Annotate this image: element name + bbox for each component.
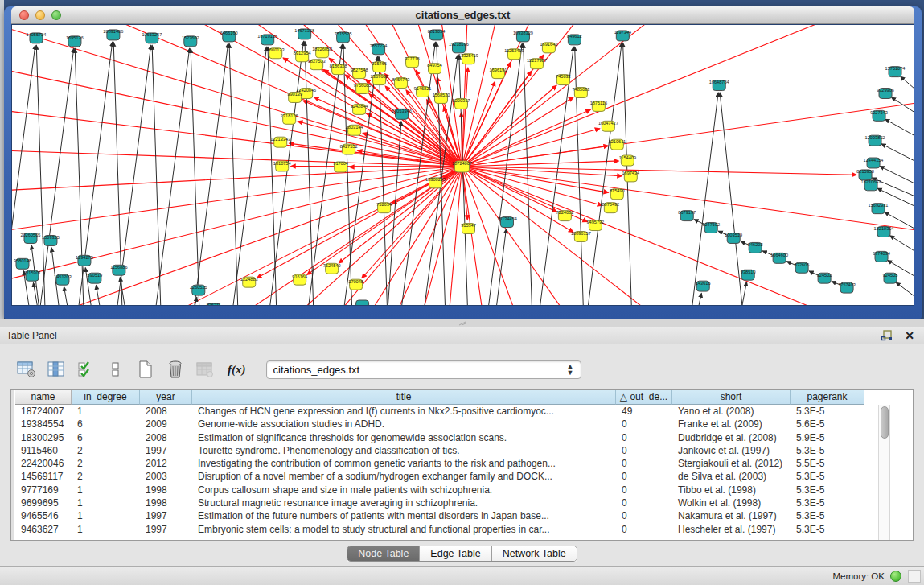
graph-node[interactable]: 8679197	[678, 210, 696, 220]
table-cell[interactable]: Disruption of a novel member of a sodium…	[192, 470, 616, 483]
graph-node[interactable]: 1197344	[614, 30, 631, 40]
graph-node[interactable]: 10719155	[257, 34, 277, 44]
table-cell[interactable]: 2	[72, 457, 140, 470]
table-cell[interactable]: Estimation of the future numbers of pati…	[192, 509, 616, 522]
table-cell[interactable]: 0	[616, 457, 672, 470]
graph-node[interactable]: 752634	[376, 202, 392, 212]
table-cell[interactable]: 5.3E-5	[791, 470, 864, 483]
table-cell[interactable]: Tourette syndrome. Phenomenology and cla…	[192, 444, 616, 457]
table-row[interactable]: 946554611997Estimation of the future num…	[15, 509, 864, 522]
table-cell[interactable]: 9115460	[15, 444, 72, 457]
table-cell[interactable]: 5.6E-5	[791, 418, 864, 431]
graph-node[interactable]: 1154409	[619, 155, 636, 166]
graph-node[interactable]: 8660123	[267, 47, 285, 58]
graph-node[interactable]: 9827503	[308, 59, 326, 69]
graph-node[interactable]: 9495792	[586, 220, 604, 230]
graph-node[interactable]: 9242844	[351, 104, 368, 114]
graph-node[interactable]: 2718126	[281, 113, 298, 124]
graph-node[interactable]: 1509355	[42, 235, 60, 245]
graph-node[interactable]: 7524540	[323, 263, 341, 274]
graph-node[interactable]: 13325419	[458, 53, 478, 64]
table-row[interactable]: 2242004622012Investigating the contribut…	[15, 457, 864, 470]
graph-node[interactable]: 8075492	[602, 202, 619, 212]
table-cell[interactable]: 6	[72, 418, 140, 431]
graph-node[interactable]: 3315901	[23, 270, 41, 281]
table-cell[interactable]: 2009	[140, 418, 192, 431]
graph-node[interactable]: 917004	[333, 162, 348, 172]
table-cell[interactable]: 0	[616, 484, 672, 496]
table-cell[interactable]: Hescheler et al. (1997)	[672, 523, 791, 536]
graph-node[interactable]: 12217987	[527, 58, 547, 68]
panel-divider[interactable]	[0, 319, 924, 327]
graph-node[interactable]: 1757403	[838, 282, 856, 293]
column-header-short[interactable]: short	[672, 390, 791, 405]
network-view-window[interactable]: citations_edges.txt 14055724169512620891…	[4, 6, 922, 319]
graph-node[interactable]: 9247502	[702, 222, 720, 233]
graph-node[interactable]: 1451203	[54, 274, 72, 285]
table-cell[interactable]: 0	[616, 418, 672, 431]
graph-node[interactable]: 846202	[748, 242, 763, 253]
graph-node[interactable]: 18226058	[312, 47, 332, 57]
graph-node[interactable]: 170048	[348, 279, 363, 290]
graph-node[interactable]: 8813054	[428, 29, 446, 39]
graph-node[interactable]: 10653247	[142, 32, 162, 43]
graph-node[interactable]: 938510	[741, 270, 756, 280]
column-header-pagerank[interactable]: pagerank	[791, 390, 864, 405]
graph-node[interactable]: 849612	[567, 34, 582, 44]
graph-node[interactable]: 143616	[696, 281, 711, 291]
graph-node[interactable]: 977716	[405, 56, 420, 67]
table-cell[interactable]: 18300295	[15, 431, 72, 444]
table-row[interactable]: 911546021997Tourette syndrome. Phenomeno…	[15, 444, 864, 457]
table-cell[interactable]: 22420046	[15, 457, 72, 470]
table-cell[interactable]: Nakamura et al. (1997)	[672, 509, 791, 522]
table-cell[interactable]: Corpus callosum shape and size in male p…	[192, 484, 616, 496]
graph-node[interactable]: 1568520	[433, 93, 450, 103]
table-cell[interactable]: 19384554	[15, 418, 72, 431]
resize-corner[interactable]	[908, 570, 921, 583]
graph-node[interactable]: 590519	[88, 273, 103, 283]
graph-node[interactable]: 8186328	[330, 64, 347, 74]
table-cell[interactable]: 18724007	[15, 405, 72, 418]
graph-node[interactable]: 20891406	[103, 29, 123, 39]
graph-node[interactable]: 16938329	[513, 31, 533, 41]
graph-node[interactable]: 1810754	[273, 161, 291, 171]
tab-network-table[interactable]: Network Table	[492, 546, 577, 561]
graph-node[interactable]: 924505	[883, 273, 898, 283]
table-row[interactable]: 1938455462009Genome-wide association stu…	[15, 418, 864, 431]
graph-node[interactable]: 10896157	[571, 231, 591, 241]
table-cell[interactable]: Genome-wide association studies in ADHD.	[192, 418, 616, 431]
graph-node[interactable]: 16047427	[598, 121, 618, 131]
table-cell[interactable]: Yano et al. (2008)	[672, 405, 791, 418]
table-cell[interactable]: 5.3E-5	[791, 405, 864, 418]
graph-node[interactable]: 16648784	[709, 80, 729, 90]
show-columns-icon[interactable]	[46, 359, 67, 380]
table-cell[interactable]: Investigating the contribution of common…	[192, 457, 616, 470]
graph-node[interactable]: 2367608	[371, 74, 388, 84]
table-cell[interactable]: Jankovic et al. (1997)	[672, 444, 791, 457]
citation-network-graph[interactable]: 1405572416951262089140610653247152760264…	[12, 25, 914, 305]
graph-node[interactable]: 15751074	[885, 66, 906, 76]
graph-node[interactable]: 1210611	[609, 139, 626, 150]
graph-node[interactable]: 15134454	[497, 216, 517, 227]
delete-column-icon[interactable]	[165, 359, 186, 380]
graph-node[interactable]: 924502	[817, 273, 832, 283]
scrollbar-thumb[interactable]	[881, 406, 889, 439]
table-cell[interactable]: 1997	[140, 523, 192, 536]
graph-node[interactable]: 1697434	[622, 171, 639, 181]
graph-node[interactable]: 9756085	[354, 83, 372, 93]
graph-node[interactable]: 915466	[372, 61, 387, 72]
graph-node[interactable]: 20260505	[21, 233, 41, 243]
graph-node[interactable]: 9146821	[414, 86, 432, 97]
table-cell[interactable]: 2	[72, 444, 140, 457]
table-mode-icon[interactable]	[16, 359, 37, 380]
graph-node[interactable]: 12213343	[270, 137, 290, 147]
table-cell[interactable]: Embryonic stem cells: a model to study s…	[192, 523, 616, 536]
graph-node[interactable]: 2803144	[346, 125, 363, 135]
table-cell[interactable]: Dudbridge et al. (2008)	[672, 431, 791, 444]
table-cell[interactable]: Stergiakouli et al. (2012)	[672, 457, 791, 470]
column-header-year[interactable]: year	[140, 390, 192, 405]
table-cell[interactable]: Wolkin et al. (1998)	[672, 496, 791, 509]
table-row[interactable]: 969969511998Structural magnetic resonanc…	[15, 496, 864, 509]
table-cell[interactable]: 9463627	[15, 523, 72, 536]
table-cell[interactable]: 2003	[140, 470, 192, 483]
